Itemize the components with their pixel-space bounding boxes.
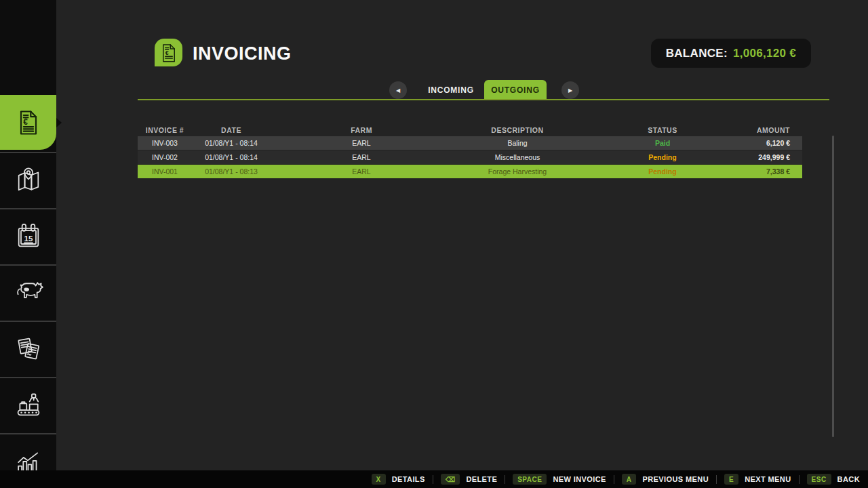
sidebar-item-calendar[interactable]: 15 xyxy=(0,208,56,263)
production-icon xyxy=(14,390,43,420)
previous-tab-button[interactable]: ◀ xyxy=(389,81,407,99)
shortcut-previous-menu[interactable]: A PREVIOUS MENU xyxy=(622,474,709,485)
divider xyxy=(505,475,505,484)
column-header-amount: AMOUNT xyxy=(743,126,802,134)
sidebar-item-animals[interactable] xyxy=(0,264,56,319)
divider xyxy=(614,475,614,484)
keycap-backspace-icon: ⌫ xyxy=(441,474,460,485)
column-header-date: DATE xyxy=(192,126,271,134)
sidebar-item-contracts[interactable] xyxy=(0,321,56,375)
column-header-description: DESCRIPTION xyxy=(452,126,583,134)
cell-farm: EARL xyxy=(271,153,452,161)
sidebar-item-map[interactable] xyxy=(0,152,56,207)
sidebar-item-production[interactable] xyxy=(0,377,56,432)
invoicing-screen: € 15 xyxy=(0,0,868,488)
cell-amount: 6,120 € xyxy=(743,139,802,147)
balance-value: 1,006,120 € xyxy=(733,47,796,60)
shortcut-bar: X DETAILS ⌫ DELETE SPACE NEW INVOICE A P… xyxy=(0,470,868,488)
tab-incoming[interactable]: INCOMING xyxy=(410,80,492,100)
cell-date: 01/08/Y1 - 08:14 xyxy=(192,139,271,147)
next-tab-button[interactable]: ▶ xyxy=(561,81,579,99)
keycap-e: E xyxy=(724,474,738,485)
keycap-space: SPACE xyxy=(513,474,547,485)
cell-description: Baling xyxy=(452,139,583,147)
cell-description: Forage Harvesting xyxy=(452,167,583,176)
page-title: INVOICING xyxy=(193,41,292,66)
tab-outgoing[interactable]: OUTGOING xyxy=(484,80,547,100)
main-content: € INVOICING BALANCE: 1,006,120 € ◀ INCOM… xyxy=(56,0,868,470)
animal-icon xyxy=(14,278,43,308)
cell-amount: 249,999 € xyxy=(743,153,802,161)
cell-amount: 7,338 € xyxy=(743,167,802,176)
shortcut-delete[interactable]: ⌫ DELETE xyxy=(441,474,497,485)
shortcut-details[interactable]: X DETAILS xyxy=(372,474,425,485)
table-row-inv-003[interactable]: INV-003 01/08/Y1 - 08:14 EARL Baling Pai… xyxy=(138,136,802,150)
shortcut-label: NEXT MENU xyxy=(745,475,791,483)
shortcut-next-menu[interactable]: E NEXT MENU xyxy=(724,474,791,485)
calendar-day-number: 15 xyxy=(24,235,33,243)
divider xyxy=(433,475,433,484)
table-scrollbar[interactable] xyxy=(832,136,834,437)
status-badge: Pending xyxy=(583,167,743,176)
cell-date: 01/08/Y1 - 08:13 xyxy=(192,167,271,176)
table-row-inv-002[interactable]: INV-002 01/08/Y1 - 08:14 EARL Miscellane… xyxy=(138,150,802,164)
invoicing-page-icon: € xyxy=(155,39,182,66)
table-header-row: INVOICE # DATE FARM DESCRIPTION STATUS A… xyxy=(138,124,802,136)
svg-text:€: € xyxy=(165,49,168,56)
cell-description: Miscellaneous xyxy=(452,153,583,161)
invoice-table: INVOICE # DATE FARM DESCRIPTION STATUS A… xyxy=(138,124,802,178)
sidebar: € 15 xyxy=(0,0,56,470)
shortcut-label: BACK xyxy=(837,475,860,483)
chevron-left-icon: ◀ xyxy=(396,87,400,94)
shortcut-label: NEW INVOICE xyxy=(553,475,606,483)
keycap-a: A xyxy=(622,474,637,485)
cell-invoice: INV-001 xyxy=(138,167,192,176)
keycap-x: X xyxy=(372,474,386,485)
status-badge: Paid xyxy=(583,139,743,147)
shortcut-label: DETAILS xyxy=(392,475,425,483)
cell-invoice: INV-002 xyxy=(138,153,192,161)
table-row-inv-001-selected[interactable]: INV-001 01/08/Y1 - 08:13 EARL Forage Har… xyxy=(138,165,802,178)
invoice-document-icon: € xyxy=(159,43,179,63)
keycap-esc: ESC xyxy=(807,474,831,485)
column-header-status: STATUS xyxy=(583,126,743,134)
shortcut-label: DELETE xyxy=(466,475,497,483)
cell-farm: EARL xyxy=(271,167,452,176)
calendar-icon: 15 xyxy=(14,222,43,251)
invoice-icon: € xyxy=(14,108,43,138)
cell-date: 01/08/Y1 - 08:14 xyxy=(192,153,271,161)
cell-farm: EARL xyxy=(271,139,452,147)
shortcut-new-invoice[interactable]: SPACE NEW INVOICE xyxy=(513,474,606,485)
cell-invoice: INV-003 xyxy=(138,139,192,147)
column-header-farm: FARM xyxy=(271,126,452,134)
balance-label: BALANCE: xyxy=(666,47,728,60)
divider xyxy=(799,475,800,484)
svg-text:€: € xyxy=(23,117,28,126)
sidebar-item-invoicing[interactable]: € xyxy=(0,95,56,150)
tab-underline xyxy=(138,99,829,100)
column-header-invoice: INVOICE # xyxy=(138,126,192,134)
shortcut-label: PREVIOUS MENU xyxy=(642,475,709,483)
balance-display: BALANCE: 1,006,120 € xyxy=(651,39,811,68)
map-icon xyxy=(14,165,43,195)
status-badge: Pending xyxy=(583,153,743,161)
chevron-right-icon: ▶ xyxy=(568,87,572,94)
contracts-icon xyxy=(14,334,43,364)
divider xyxy=(716,475,717,484)
shortcut-back[interactable]: ESC BACK xyxy=(807,474,860,485)
